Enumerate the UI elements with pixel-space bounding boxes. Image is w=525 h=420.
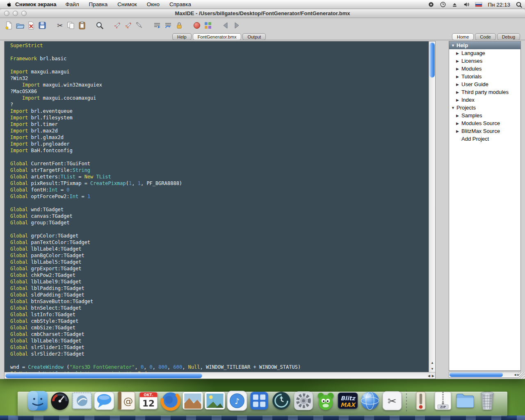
resize-grip[interactable] [518,372,525,379]
disclosure-down-icon[interactable]: ▼ [451,43,457,48]
tree-node-licenses[interactable]: ▶Licenses [449,57,520,65]
spotlight-icon[interactable] [516,1,523,8]
photos-dock-icon[interactable] [182,390,203,411]
side-tab-code[interactable]: Code [475,33,495,40]
active-app-name[interactable]: Снимок экрана [15,1,56,7]
tree-node-add-project[interactable]: Add Project [449,135,520,143]
scroll-right-icon[interactable]: ▶ [432,374,434,378]
horizontal-scrollbar-thumb[interactable] [5,373,202,378]
editor-horizontal-scrollbar[interactable]: ◀▶ [5,372,435,379]
save-file-button[interactable] [37,20,48,31]
disclosure-right-icon[interactable]: ▶ [456,90,461,94]
lock-button[interactable] [173,20,185,31]
tree-node-modules[interactable]: ▶Modules [449,65,520,73]
disclosure-right-icon[interactable]: ▶ [456,67,461,71]
eject-icon[interactable] [452,2,458,8]
horizontal-scrollbar-arrows[interactable]: ◀▶ [428,372,434,379]
disclosure-right-icon[interactable]: ▶ [456,129,461,133]
folder-dock-icon[interactable] [454,390,476,411]
network-dock-icon[interactable] [359,390,381,411]
find-button[interactable] [94,20,105,31]
mail-dock-icon[interactable] [71,390,93,411]
tree-node-index[interactable]: ▶Index [449,96,520,104]
minimize-window-button[interactable] [13,11,18,16]
tab-fontgenerator-bmx[interactable]: FontGenerator.bmx [193,33,242,40]
tree-node-language[interactable]: ▶Language [449,49,520,57]
scroll-left-icon[interactable]: ◀ [514,373,516,377]
installer-dock-icon[interactable] [410,390,431,411]
scroll-left-icon[interactable]: ◀ [428,374,430,378]
disclosure-right-icon[interactable]: ▶ [456,75,461,79]
itunes-dock-icon[interactable]: ♪ [226,390,248,411]
trash-dock-icon[interactable] [477,390,498,411]
stop-button[interactable] [191,20,202,31]
tab-help[interactable]: Help [172,33,192,40]
new-file-button[interactable] [3,20,14,31]
close-file-button[interactable] [25,20,37,31]
tree-node-third-party-modules[interactable]: ▶Third party modules [449,88,520,96]
tree-node-modules-source[interactable]: ▶Modules Source [449,119,520,127]
tree-node-help[interactable]: ▼Help [449,41,520,49]
finder-dock-icon[interactable] [27,390,48,411]
close-window-button[interactable] [4,11,9,16]
ru-flag-icon[interactable] [475,2,482,7]
address-book-dock-icon[interactable]: @ [116,390,137,411]
iphoto-dock-icon[interactable] [204,390,226,411]
forward-button[interactable] [231,20,242,31]
zip-dock-icon[interactable]: ZIP [432,390,454,411]
sidebar-scrollbar-thumb[interactable] [450,372,503,377]
step-over-button[interactable] [162,20,173,31]
side-tab-home[interactable]: Home [452,33,474,40]
tree-node-tutorials[interactable]: ▶Tutorials [449,73,520,80]
menu-item-справка[interactable]: Справка [164,0,196,9]
disclosure-right-icon[interactable]: ▶ [456,82,461,87]
dashboard-dock-icon[interactable] [49,390,71,411]
editor-vertical-scrollbar[interactable]: ▲▼ [429,41,435,372]
volume-icon[interactable] [463,1,470,8]
scroll-up-icon[interactable]: ▲ [431,360,434,366]
firefox-dock-icon[interactable] [160,390,181,411]
paste-button[interactable] [76,20,87,31]
side-tab-debug[interactable]: Debug [497,33,520,40]
copy-button[interactable] [65,20,76,31]
menu-item-снимок[interactable]: Снимок [112,0,142,9]
cut-button[interactable]: ✂ [54,20,65,31]
open-file-button[interactable] [14,20,25,31]
tree-node-user-guide[interactable]: ▶User Guide [449,80,520,88]
tab-output[interactable]: Output [242,33,266,40]
system-preferences-dock-icon[interactable] [293,390,314,411]
front-row-dock-icon[interactable] [249,390,270,411]
back-button[interactable] [220,20,231,31]
time-machine-dock-icon[interactable] [271,390,292,411]
disclosure-right-icon[interactable]: ▶ [456,121,461,126]
ical-dock-icon[interactable]: ОКТ.12 [138,390,159,411]
ichat-dock-icon[interactable] [94,390,115,411]
vertical-scrollbar-thumb[interactable] [429,42,435,78]
menu-item-правка[interactable]: Правка [84,0,113,9]
tree-node-blitzmax-source[interactable]: ▶BlitzMax Source [449,127,520,135]
step-button[interactable] [151,20,162,31]
menubar-clock[interactable]: Пн 22:13 [488,2,510,8]
blitzmax-dock-icon[interactable]: BlitzMAX [337,390,358,411]
build-run-button[interactable] [123,20,134,31]
zoom-window-button[interactable] [21,11,27,16]
tree-node-samples[interactable]: ▶Samples [449,112,520,119]
scroll-down-icon[interactable]: ▼ [431,366,434,372]
tree-node-projects[interactable]: ▼Projects [449,104,520,112]
vertical-scrollbar-arrows[interactable]: ▲▼ [429,359,436,372]
menu-item-окно[interactable]: Окно [142,0,164,9]
grab-dock-icon[interactable]: ✂ [381,390,403,411]
debug-button[interactable] [134,20,145,31]
disclosure-right-icon[interactable]: ▶ [456,59,461,63]
sidebar-horizontal-scrollbar[interactable]: ◀▶ [449,372,521,378]
disclosure-right-icon[interactable]: ▶ [456,98,461,102]
disclosure-down-icon[interactable]: ▼ [451,106,457,110]
apple-menu-icon[interactable] [6,1,12,8]
build-button[interactable] [112,20,123,31]
disclosure-right-icon[interactable]: ▶ [456,114,461,118]
menu-item-файл[interactable]: Файл [60,0,84,9]
code-editor[interactable]: SuperStrict Framework brl.basic Import m… [5,41,429,372]
clock-icon[interactable] [440,1,446,8]
screenshot-menu-icon[interactable] [428,1,434,8]
blitzmax-mascot-dock-icon[interactable] [315,390,336,411]
